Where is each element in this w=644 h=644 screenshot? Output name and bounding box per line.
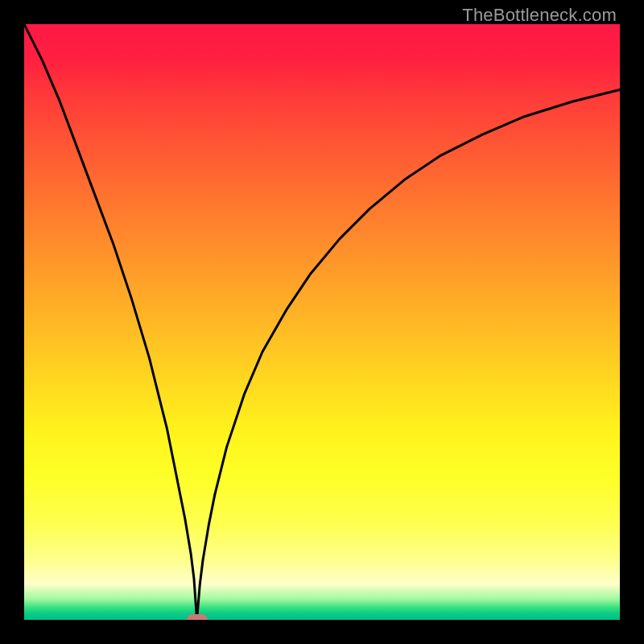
chart-frame: TheBottleneck.com — [0, 0, 644, 644]
watermark-label: TheBottleneck.com — [462, 5, 617, 26]
plot-area — [24, 24, 620, 620]
curve-layer — [24, 24, 620, 620]
bottleneck-curve — [24, 24, 620, 620]
optimal-point-marker — [187, 614, 208, 620]
